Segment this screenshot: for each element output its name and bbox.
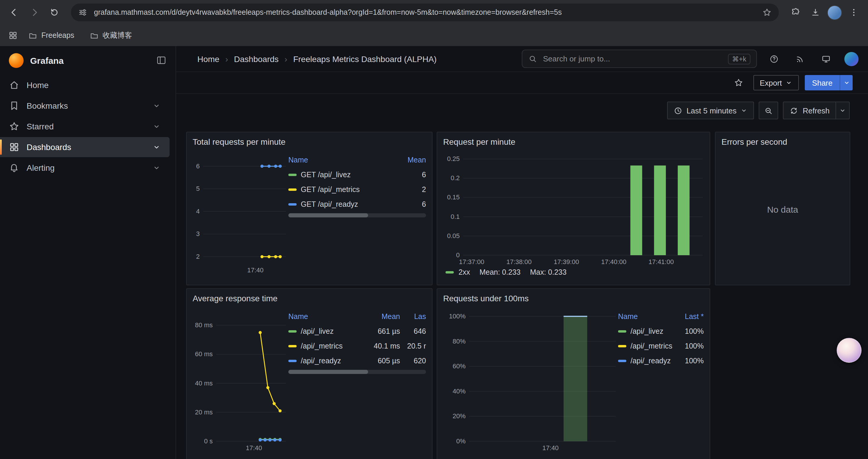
sidebar-item-bookmarks[interactable]: Bookmarks xyxy=(0,96,169,116)
series-name: /api/_livez xyxy=(630,327,663,335)
sidebar-item-home[interactable]: Home xyxy=(0,75,169,95)
legend-col-name[interactable]: Name xyxy=(288,156,397,164)
panel-title[interactable]: Errors per second xyxy=(721,137,844,146)
series-name: /api/_readyz xyxy=(630,357,671,365)
help-button[interactable] xyxy=(765,51,783,67)
star-icon xyxy=(734,78,743,88)
news-button[interactable] xyxy=(791,51,809,67)
share-button[interactable]: Share xyxy=(805,75,840,90)
time-range-label: Last 5 minutes xyxy=(687,106,737,115)
reload-icon xyxy=(50,8,59,17)
favorite-star-button[interactable] xyxy=(730,74,747,91)
sidebar-item-dashboards[interactable]: Dashboards xyxy=(0,137,169,157)
legend-col-value[interactable]: Las xyxy=(400,312,426,321)
bar-chart[interactable]: 100%80%60%40%20%0%17:40 xyxy=(443,305,618,453)
export-button[interactable]: Export xyxy=(753,75,799,90)
time-range-button[interactable]: Last 5 minutes xyxy=(667,102,754,119)
scrollbar-thumb[interactable] xyxy=(288,213,368,218)
search-box[interactable]: ⌘+k xyxy=(522,50,757,68)
panel-title[interactable]: Average response time xyxy=(193,294,426,303)
legend-row[interactable]: GET /api/_readyz6 xyxy=(288,197,426,211)
back-button[interactable] xyxy=(6,4,23,21)
sidebar-item-alerting[interactable]: Alerting xyxy=(0,158,169,178)
site-info-icon[interactable] xyxy=(78,8,88,17)
sidebar-item-starred[interactable]: Starred xyxy=(0,117,169,136)
panel-errors-per-second[interactable]: Errors per second No data xyxy=(715,132,850,285)
breadcrumb-item[interactable]: Home xyxy=(197,54,219,64)
search-input[interactable] xyxy=(542,54,723,64)
bookmark-star-icon[interactable] xyxy=(762,8,772,17)
legend-col-name[interactable]: Name xyxy=(288,312,363,321)
legend-col-name[interactable]: Name xyxy=(618,312,673,321)
apps-icon xyxy=(9,142,20,153)
breadcrumb-item[interactable]: Freeleaps Metrics Dashboard (ALPHA) xyxy=(293,54,437,64)
svg-text:0.15: 0.15 xyxy=(447,193,460,201)
refresh-split-button: Refresh xyxy=(783,102,850,119)
share-split-button: Share xyxy=(805,75,852,90)
panel-average-response-time[interactable]: Average response time 80 ms60 ms40 ms20 … xyxy=(186,288,433,459)
refresh-button[interactable]: Refresh xyxy=(783,102,836,119)
svg-text:17:37:00: 17:37:00 xyxy=(459,258,485,266)
reload-button[interactable] xyxy=(46,4,63,21)
share-dropdown-button[interactable] xyxy=(840,75,852,90)
apps-grid-icon[interactable] xyxy=(8,31,18,40)
panel-request-per-minute[interactable]: Request per minute 0.250.20.150.10.05017… xyxy=(437,132,710,285)
legend-row[interactable]: GET /api/_metrics2 xyxy=(288,182,426,197)
download-icon xyxy=(811,8,820,17)
panel-total-requests-per-minute[interactable]: Total requests per minute 6543217:40 Nam… xyxy=(186,132,433,285)
svg-text:0 s: 0 s xyxy=(204,437,213,445)
scrollbar-thumb[interactable] xyxy=(288,370,368,374)
legend-table: NameMeanGET /api/_livez6GET /api/_metric… xyxy=(288,153,426,218)
series-name: 2xx xyxy=(459,268,470,276)
search-shortcut: ⌘+k xyxy=(728,54,750,64)
legend-scrollbar[interactable] xyxy=(288,370,426,374)
sidebar-item-label: Starred xyxy=(27,122,145,131)
breadcrumb-item[interactable]: Dashboards xyxy=(234,54,279,64)
legend-row[interactable]: /api/_metrics100% xyxy=(618,338,704,353)
legend-row[interactable]: /api/_readyz100% xyxy=(618,353,704,368)
panel-title[interactable]: Total requests per minute xyxy=(193,137,426,146)
legend-row[interactable]: GET /api/_livez6 xyxy=(288,167,426,182)
sidebar-toggle-icon[interactable] xyxy=(156,55,167,66)
bookmarks-bar: Freeleaps 收藏博客 xyxy=(0,25,868,46)
legend-row[interactable]: /api/_readyz605 µs620 xyxy=(288,353,426,368)
zoom-out-button[interactable] xyxy=(759,102,778,119)
chart-legend[interactable]: 2xx Mean: 0.233 Max: 0.233 xyxy=(443,268,704,276)
sidebar-nav: HomeBookmarksStarredDashboardsAlerting xyxy=(0,75,176,178)
refresh-interval-button[interactable] xyxy=(836,102,850,119)
legend-col-value[interactable]: Mean xyxy=(397,156,426,164)
forward-button[interactable] xyxy=(26,4,42,21)
legend-col-value[interactable]: Last * xyxy=(673,312,704,321)
bookmark-item-blogs[interactable]: 收藏博客 xyxy=(85,29,137,42)
kiosk-mode-button[interactable] xyxy=(817,51,835,67)
legend-col-value[interactable]: Mean xyxy=(363,312,400,321)
panel-requests-under-100ms[interactable]: Requests under 100ms 100%80%60%40%20%0%1… xyxy=(437,288,710,459)
assistant-avatar[interactable] xyxy=(837,338,862,363)
panel-title[interactable]: Requests under 100ms xyxy=(443,294,704,303)
legend-scrollbar[interactable] xyxy=(288,213,426,218)
grafana-logo[interactable] xyxy=(9,53,24,68)
timeseries-chart[interactable]: 80 ms60 ms40 ms20 ms0 s17:40 xyxy=(193,305,288,453)
panel-title[interactable]: Request per minute xyxy=(443,137,704,146)
svg-text:60 ms: 60 ms xyxy=(195,350,213,358)
extensions-button[interactable] xyxy=(787,4,804,21)
svg-text:17:41:00: 17:41:00 xyxy=(649,258,674,266)
timeseries-chart[interactable]: 6543217:40 xyxy=(193,149,288,275)
browser-profile-avatar[interactable] xyxy=(827,5,842,20)
bar-chart[interactable]: 0.250.20.150.10.05017:37:0017:38:0017:39… xyxy=(443,149,704,267)
bookmark-item-freeleaps[interactable]: Freeleaps xyxy=(24,29,79,42)
chevron-down-icon xyxy=(839,107,846,114)
svg-text:80 ms: 80 ms xyxy=(195,321,213,329)
legend-row[interactable]: /api/_metrics40.1 ms20.5 r xyxy=(288,338,426,353)
chevron-down-icon xyxy=(152,102,161,110)
url-input[interactable] xyxy=(93,8,757,17)
user-avatar[interactable] xyxy=(844,52,859,66)
sidebar-item-label: Dashboards xyxy=(27,142,145,152)
address-bar[interactable] xyxy=(71,4,779,21)
downloads-button[interactable] xyxy=(807,4,824,21)
forward-icon xyxy=(29,7,39,18)
legend-header: NameMeanLas xyxy=(288,309,426,324)
legend-row[interactable]: /api/_livez661 µs646 xyxy=(288,324,426,338)
browser-menu-button[interactable] xyxy=(845,4,862,21)
legend-row[interactable]: /api/_livez100% xyxy=(618,324,704,338)
